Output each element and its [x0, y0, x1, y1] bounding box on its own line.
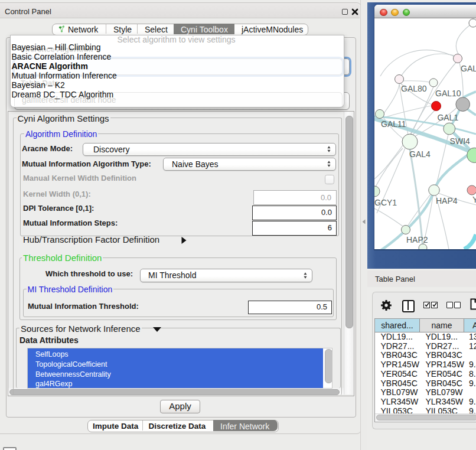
svg-text:GAL: GAL — [461, 64, 476, 73]
svg-text:GAL10: GAL10 — [435, 89, 461, 98]
svg-text:GAL4: GAL4 — [409, 149, 431, 159]
svg-text:GCY1: GCY1 — [374, 198, 397, 207]
svg-text:HAP4: HAP4 — [436, 196, 458, 206]
svg-text:GAL1: GAL1 — [437, 113, 458, 122]
svg-text:Y: Y — [472, 195, 476, 204]
svg-text:SWI4: SWI4 — [450, 136, 470, 146]
svg-text:GAL11: GAL11 — [381, 119, 406, 129]
svg-text:GAL80: GAL80 — [401, 84, 427, 93]
svg-text:HAP2: HAP2 — [406, 235, 428, 244]
